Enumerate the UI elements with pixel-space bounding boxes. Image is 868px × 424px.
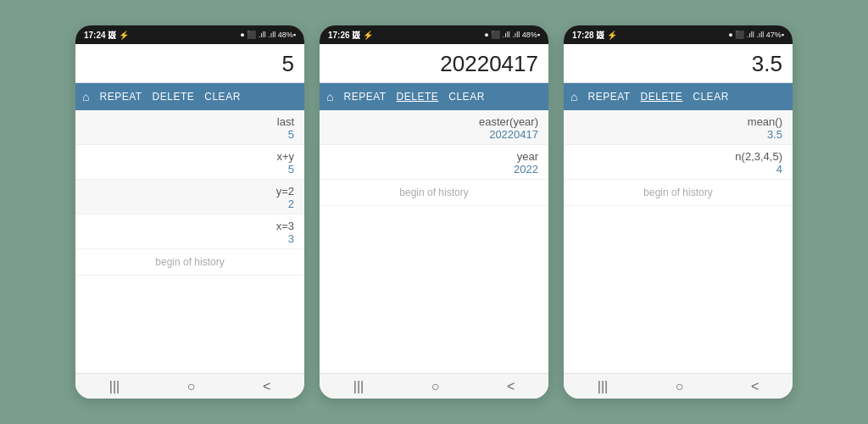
nav-back-icon[interactable]: < (507, 379, 515, 394)
history-expr: x=3 (86, 220, 294, 232)
nav-back-icon[interactable]: < (751, 379, 759, 394)
toolbar-clear-button[interactable]: CLEAR (448, 91, 485, 103)
history-item[interactable]: y=2 2 (75, 180, 304, 215)
toolbar: ⌂REPEATDELETECLEAR (75, 83, 304, 110)
result-display: 20220417 (320, 44, 548, 83)
status-time: 17:24 🖼 ⚡ (84, 31, 129, 40)
history-val: 5 (86, 128, 294, 141)
home-icon[interactable]: ⌂ (570, 90, 577, 103)
history-list: easter(year) 20220417 year 2022 begin of… (320, 110, 548, 373)
status-bar: 17:28 🖼 ⚡ ● ⬛ .ıll .ıll 47%▪ (564, 25, 793, 44)
nav-home-icon[interactable]: ○ (676, 379, 684, 394)
status-icons: ● ⬛ .ıll .ıll 47%▪ (728, 31, 784, 39)
toolbar-repeat-button[interactable]: REPEAT (343, 91, 386, 103)
history-item[interactable]: x+y 5 (75, 145, 304, 180)
history-expr: y=2 (86, 185, 294, 198)
home-icon[interactable]: ⌂ (326, 90, 333, 103)
nav-recents-icon[interactable]: ||| (353, 379, 364, 394)
history-list: mean() 3.5 n(2,3,4,5) 4 begin of history (564, 110, 793, 373)
history-val: 2 (86, 198, 294, 210)
status-time: 17:26 🖼 ⚡ (328, 31, 373, 40)
nav-recents-icon[interactable]: ||| (598, 379, 608, 394)
nav-bar: |||○< (564, 373, 793, 399)
history-val: 3 (86, 232, 294, 245)
history-begin-marker: begin of history (75, 249, 304, 276)
history-expr: last (86, 115, 294, 128)
history-item[interactable]: last 5 (75, 110, 304, 145)
toolbar-repeat-button[interactable]: REPEAT (587, 91, 630, 103)
toolbar-clear-button[interactable]: CLEAR (693, 91, 729, 103)
phone-1: 17:24 🖼 ⚡ ● ⬛ .ıll .ıll 48%▪ 5⌂REPEATDEL… (75, 25, 304, 399)
nav-back-icon[interactable]: < (263, 379, 270, 394)
nav-home-icon[interactable]: ○ (187, 379, 196, 394)
history-begin-marker: begin of history (320, 180, 548, 206)
status-bar: 17:24 🖼 ⚡ ● ⬛ .ıll .ıll 48%▪ (75, 25, 304, 44)
result-display: 3.5 (564, 44, 793, 83)
history-list: last 5 x+y 5 y=2 2 x=3 3 begin of histor… (75, 110, 304, 373)
toolbar-repeat-button[interactable]: REPEAT (99, 91, 142, 103)
phone-3: 17:28 🖼 ⚡ ● ⬛ .ıll .ıll 47%▪ 3.5⌂REPEATD… (564, 25, 793, 399)
toolbar-delete-button[interactable]: DELETE (153, 91, 195, 103)
toolbar-clear-button[interactable]: CLEAR (204, 91, 241, 103)
history-item[interactable]: year 2022 (320, 145, 548, 180)
status-time: 17:28 🖼 ⚡ (572, 31, 617, 40)
history-item[interactable]: x=3 3 (75, 215, 304, 249)
toolbar-delete-button[interactable]: DELETE (641, 91, 683, 103)
history-expr: x+y (86, 150, 294, 163)
status-icons: ● ⬛ .ıll .ıll 48%▪ (240, 31, 296, 39)
status-icons: ● ⬛ .ıll .ıll 48%▪ (484, 31, 540, 39)
history-expr: year (330, 150, 538, 163)
history-val: 20220417 (330, 128, 538, 141)
nav-recents-icon[interactable]: ||| (109, 379, 120, 394)
history-expr: n(2,3,4,5) (574, 150, 782, 163)
history-item[interactable]: mean() 3.5 (564, 110, 793, 145)
nav-bar: |||○< (320, 373, 548, 399)
result-display: 5 (75, 44, 304, 83)
history-val: 4 (574, 163, 782, 176)
history-expr: easter(year) (330, 115, 538, 128)
nav-home-icon[interactable]: ○ (431, 379, 440, 394)
toolbar: ⌂REPEATDELETECLEAR (320, 83, 548, 110)
history-begin-marker: begin of history (564, 180, 793, 206)
history-val: 5 (86, 163, 294, 176)
history-val: 3.5 (574, 128, 782, 141)
nav-bar: |||○< (75, 373, 304, 399)
history-item[interactable]: n(2,3,4,5) 4 (564, 145, 793, 180)
toolbar: ⌂REPEATDELETECLEAR (564, 83, 793, 110)
history-val: 2022 (330, 163, 538, 176)
phone-2: 17:26 🖼 ⚡ ● ⬛ .ıll .ıll 48%▪ 20220417⌂RE… (320, 25, 548, 399)
history-item[interactable]: easter(year) 20220417 (320, 110, 548, 145)
toolbar-delete-button[interactable]: DELETE (397, 91, 439, 103)
home-icon[interactable]: ⌂ (82, 90, 89, 103)
history-expr: mean() (574, 115, 782, 128)
status-bar: 17:26 🖼 ⚡ ● ⬛ .ıll .ıll 48%▪ (320, 25, 548, 44)
